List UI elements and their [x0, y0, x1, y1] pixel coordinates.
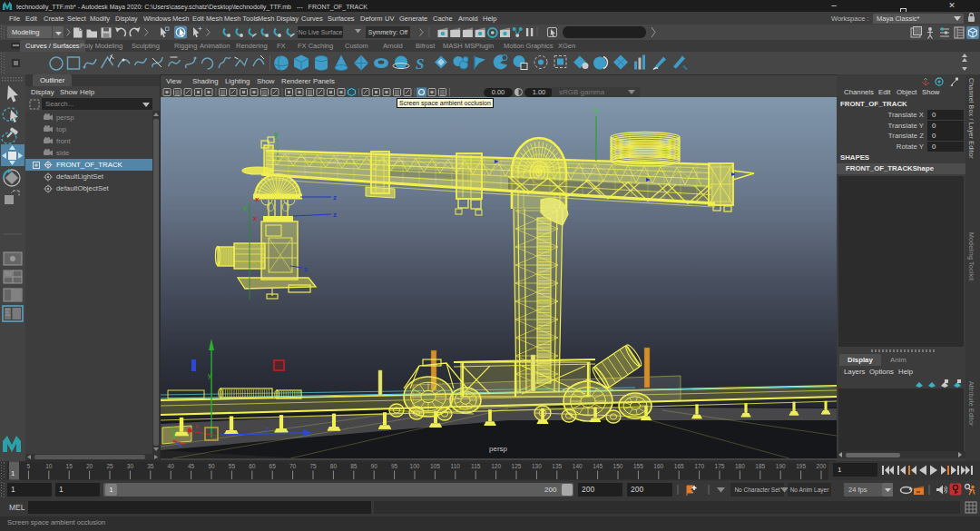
svg-text:45: 45	[188, 463, 195, 469]
svg-text:95: 95	[391, 463, 398, 469]
svg-text:1: 1	[11, 469, 15, 477]
svg-text:10: 10	[45, 463, 53, 469]
svg-text:40: 40	[168, 463, 175, 469]
svg-text:60: 60	[249, 463, 256, 469]
svg-text:35: 35	[147, 463, 154, 469]
svg-text:135: 135	[552, 463, 562, 469]
svg-text:195: 195	[796, 463, 806, 469]
svg-text:20: 20	[86, 463, 93, 469]
svg-text:70: 70	[289, 463, 297, 469]
svg-text:50: 50	[208, 463, 215, 469]
svg-text:180: 180	[735, 463, 745, 469]
svg-text:105: 105	[430, 463, 440, 469]
svg-text:y: y	[274, 130, 279, 138]
svg-text:z: z	[333, 211, 337, 219]
svg-text:75: 75	[309, 463, 317, 469]
svg-text:80: 80	[330, 463, 338, 469]
svg-text:5: 5	[27, 463, 31, 469]
svg-text:15: 15	[66, 463, 74, 469]
svg-text:170: 170	[694, 463, 704, 469]
svg-text:185: 185	[755, 463, 765, 469]
svg-text:z: z	[333, 193, 337, 202]
svg-text:65: 65	[270, 463, 277, 469]
svg-text:110: 110	[451, 463, 461, 469]
svg-text:25: 25	[106, 463, 113, 469]
svg-text:85: 85	[350, 463, 358, 469]
svg-text:115: 115	[471, 463, 481, 469]
svg-text:125: 125	[512, 463, 522, 469]
svg-text:120: 120	[491, 463, 501, 469]
svg-text:130: 130	[532, 463, 542, 469]
svg-text:140: 140	[573, 463, 583, 469]
svg-text:100: 100	[410, 463, 420, 469]
svg-text:175: 175	[715, 463, 725, 469]
svg-text:30: 30	[127, 463, 134, 469]
svg-text:y: y	[208, 371, 211, 379]
svg-text:165: 165	[674, 463, 684, 469]
svg-text:90: 90	[371, 463, 378, 469]
svg-text:z: z	[266, 426, 270, 432]
svg-text:z: z	[304, 265, 308, 273]
svg-text:y: y	[171, 425, 174, 432]
svg-text:x: x	[253, 214, 258, 222]
svg-text:160: 160	[653, 463, 663, 469]
svg-text:150: 150	[613, 463, 623, 469]
svg-text:145: 145	[593, 463, 603, 469]
svg-text:55: 55	[229, 463, 236, 469]
svg-text:190: 190	[776, 463, 786, 469]
svg-text:x: x	[195, 423, 199, 429]
svg-text:persp: persp	[489, 445, 508, 453]
svg-text:200: 200	[817, 463, 827, 469]
svg-text:Y: Y	[593, 107, 599, 115]
svg-text:x: x	[255, 195, 260, 203]
svg-text:y: y	[243, 203, 248, 211]
svg-text:155: 155	[633, 463, 643, 469]
svg-text:S: S	[416, 55, 424, 73]
